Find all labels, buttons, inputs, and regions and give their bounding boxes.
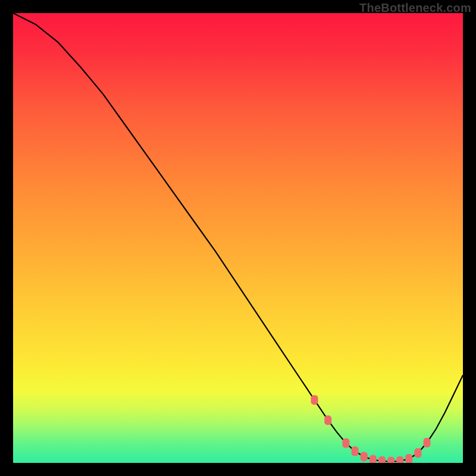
marker-dot bbox=[396, 456, 403, 463]
marker-dot bbox=[342, 439, 349, 448]
marker-dot bbox=[361, 452, 368, 461]
marker-dot bbox=[405, 454, 412, 463]
marker-dot bbox=[324, 415, 331, 425]
marker-dot bbox=[387, 457, 394, 463]
chart-container: TheBottleneck.com bbox=[0, 0, 476, 476]
plot-area bbox=[13, 13, 463, 463]
marker-dot bbox=[352, 446, 359, 456]
bottleneck-curve bbox=[13, 13, 463, 462]
marker-dot bbox=[378, 456, 386, 463]
marker-dot bbox=[369, 455, 377, 463]
marker-dot bbox=[414, 448, 421, 458]
curve-svg bbox=[13, 13, 463, 463]
marker-dot bbox=[424, 438, 431, 447]
marker-dot bbox=[311, 395, 318, 405]
marker-group bbox=[311, 395, 431, 463]
watermark-text: TheBottleneck.com bbox=[359, 1, 471, 15]
